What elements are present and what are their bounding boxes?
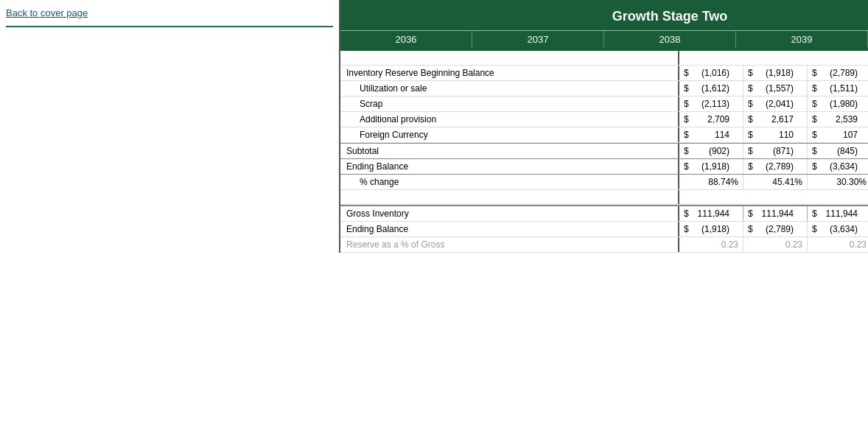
data-cell: 30.30% [808, 175, 868, 189]
data-cell: 0.23 [679, 237, 743, 252]
data-cell: $(1,511) [808, 81, 868, 96]
data-cell: $(845) [808, 144, 868, 158]
data-cell: 88.74% [679, 175, 743, 189]
table-row: % change88.74%45.41%30.30%22.50%17.82% [340, 175, 868, 190]
row-label: Reserve as a % of Gross [340, 237, 679, 252]
data-cell: $114 [679, 127, 743, 142]
table-row: Utilization or sale$(1,612)$(1,557)$(1,5… [340, 81, 868, 97]
data-cell: $2,617 [743, 112, 808, 127]
table-row: Ending Balance$(1,918)$(2,789)$(3,634)$(… [340, 222, 868, 237]
row-label: Foreign Currency [340, 127, 679, 142]
table-row: Foreign Currency$114$110$107$104$101 [340, 127, 868, 143]
data-cell: 45.41% [743, 175, 808, 189]
data-table: Inventory Reserve Beginning Balance$(1,0… [340, 51, 868, 253]
table-row: Ending Balance$(1,918)$(2,789)$(3,634)$(… [340, 159, 868, 175]
table-row: Scrap$(2,113)$(2,041)$(1,980)$(1,915)$(1… [340, 97, 868, 112]
row-label: Utilization or sale [340, 81, 679, 96]
data-cell: $(1,612) [679, 81, 743, 96]
data-cell: $(2,113) [679, 97, 743, 111]
data-cell: $(1,557) [743, 81, 808, 96]
right-panel: Growth Stage Two 2036 2037 2038 2039 204… [339, 0, 868, 253]
row-label: Scrap [340, 97, 679, 111]
data-cell: $2,539 [808, 112, 868, 127]
data-cell: $(2,789) [808, 66, 868, 80]
header-section: Growth Stage Two 2036 2037 2038 2039 204… [340, 0, 868, 51]
data-cell: $(1,918) [743, 66, 808, 80]
table-row: Reserve as a % of Gross0.230.230.230.230… [340, 237, 868, 253]
data-cell: $(902) [679, 144, 743, 158]
data-cell: $111,944 [808, 206, 868, 221]
data-cell: $(2,789) [743, 159, 808, 174]
left-panel: Back to cover page [0, 0, 339, 253]
data-cell: $110 [743, 127, 808, 142]
year-2038: 2038 [604, 31, 736, 48]
data-cell: $(1,918) [679, 159, 743, 174]
table-row: Inventory Reserve Beginning Balance$(1,0… [340, 66, 868, 81]
row-label: Inventory Reserve Beginning Balance [340, 66, 679, 80]
data-cell: $(2,041) [743, 97, 808, 111]
page-title: Growth Stage Two [340, 9, 868, 24]
data-cell: $(2,789) [743, 222, 808, 236]
table-row: Subtotal$(902)$(871)$(845)$(818)$(793) [340, 143, 868, 159]
left-divider [6, 26, 333, 27]
table-row: Additional provision$2,709$2,617$2,539$2… [340, 112, 868, 127]
data-cell: $(1,980) [808, 97, 868, 111]
data-cell: $(1,918) [679, 222, 743, 236]
row-label: Ending Balance [340, 159, 679, 174]
row-label: Ending Balance [340, 222, 679, 236]
row-label: Gross Inventory [340, 206, 679, 221]
data-cell: 0.23 [808, 237, 868, 252]
data-cell: $(1,016) [679, 66, 743, 80]
table-row: Gross Inventory$111,944$111,944$111,944$… [340, 205, 868, 222]
year-2039: 2039 [736, 31, 868, 48]
year-2037: 2037 [472, 31, 604, 48]
year-2036: 2036 [340, 31, 472, 48]
data-cell: $(3,634) [808, 222, 868, 236]
data-cell: 0.23 [743, 237, 808, 252]
row-label: Additional provision [340, 112, 679, 127]
row-label: % change [340, 175, 679, 189]
year-header-row: 2036 2037 2038 2039 2040 [340, 30, 868, 48]
data-cell: $(871) [743, 144, 808, 158]
row-label: Subtotal [340, 144, 679, 158]
back-link[interactable]: Back to cover page [6, 7, 88, 18]
data-cell: $(3,634) [808, 159, 868, 174]
data-cell: $2,709 [679, 112, 743, 127]
data-cell: $111,944 [743, 206, 808, 221]
data-cell: $111,944 [679, 206, 743, 221]
main-container: Back to cover page Growth Stage Two 2036… [0, 0, 868, 253]
data-cell: $107 [808, 127, 868, 142]
